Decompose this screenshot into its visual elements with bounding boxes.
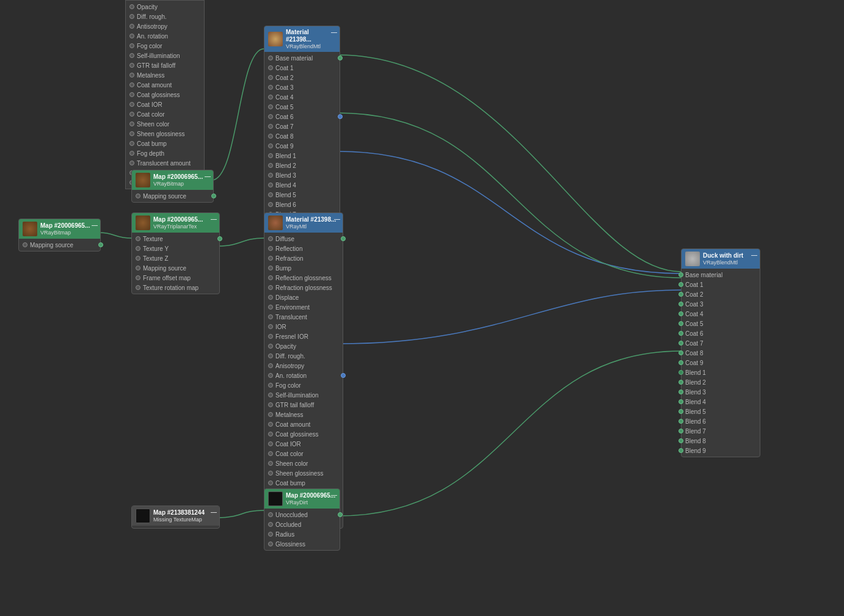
node-map-triplanar-close[interactable]: — <box>211 216 217 222</box>
node-material-blend-top-subtitle: VRayBlendMtl <box>286 43 336 49</box>
port-bump-mid-left <box>268 266 273 270</box>
row-blend3-top: Blend 3 <box>264 170 340 180</box>
port-blend5-duck-left <box>678 409 683 414</box>
port-unoccluded-left <box>268 512 273 517</box>
row-diff-rough-mid: Diff. rough. <box>264 351 343 361</box>
port-gtr-mid-left <box>268 402 273 407</box>
port-refl-gloss-mid-left <box>268 275 273 280</box>
node-map-missing-body <box>132 526 219 528</box>
port-translucent-mid-left <box>268 314 273 319</box>
port-coat-bump-mid-left <box>268 480 273 485</box>
row-refraction-mid: Refraction <box>264 253 343 263</box>
node-map-missing-thumb <box>136 509 150 523</box>
row-blend1-top: Blend 1 <box>264 151 340 161</box>
row-coat-amount-mid: Coat amount <box>264 419 343 429</box>
node-material-vray-mid: Material #21398... VRayMtl — Diffuse Ref… <box>264 212 343 529</box>
node-duck-dirt: Duck with dirt VRayBlendMtl — Base mater… <box>681 248 760 457</box>
row-metalness-mid: Metalness <box>264 410 343 419</box>
row-coat-gloss: Coat glossiness <box>126 90 204 100</box>
node-material-vray-mid-close[interactable]: — <box>334 216 340 222</box>
port-environment-mid-left <box>268 305 273 310</box>
row-coat4-duck: Coat 4 <box>682 309 760 319</box>
node-map-bitmap-top-body: Mapping source <box>132 190 213 202</box>
port-opacity <box>129 4 134 9</box>
node-map-far-left-subtitle: VRayBitmap <box>40 230 90 236</box>
port-coat4-top-left <box>268 95 273 100</box>
port-blend2-top-left <box>268 163 273 168</box>
port-blend1-duck-left <box>678 370 683 375</box>
row-fog-color-mid: Fog color <box>264 380 343 390</box>
row-fresnel-mid: Fresnel IOR <box>264 332 343 341</box>
port-blend3-top-left <box>268 173 273 178</box>
port-metalness <box>129 73 134 78</box>
row-metalness: Metalness <box>126 70 204 80</box>
port-fog-color <box>129 43 134 48</box>
row-gtr-mid: GTR tail falloff <box>264 400 343 410</box>
port-coat6-top-left <box>268 114 273 119</box>
node-map-dirt-close[interactable]: — <box>331 491 337 498</box>
node-material-vray-mid-subtitle: VRayMtl <box>286 223 336 230</box>
row-blend8-duck: Blend 8 <box>682 436 760 446</box>
node-duck-dirt-thumb <box>685 252 700 266</box>
row-radius: Radius <box>264 529 340 539</box>
port-base-material-top-left <box>268 56 273 60</box>
node-map-triplanar: Map #20006965... VRayTriplanarTex — Text… <box>131 212 220 294</box>
node-map-bitmap-top-title: Map #20006965... <box>153 173 203 181</box>
row-gtr: GTR tail falloff <box>126 60 204 70</box>
row-coat5-top: Coat 5 <box>264 102 340 112</box>
port-base-material-top-right <box>338 56 343 60</box>
port-coat9-top-left <box>268 143 273 148</box>
port-sheen-gloss-mid-left <box>268 471 273 476</box>
row-coat5-duck: Coat 5 <box>682 319 760 328</box>
node-map-bitmap-top-close[interactable]: — <box>205 173 211 179</box>
port-coat6-top-right <box>338 114 343 119</box>
row-blend4-top: Blend 4 <box>264 180 340 190</box>
node-map-missing-close[interactable]: — <box>211 509 217 515</box>
row-blend6-top: Blend 6 <box>264 200 340 209</box>
node-map-triplanar-body: Texture Texture Y Texture Z Mapping sour… <box>132 233 219 294</box>
port-coat-gloss-mid-left <box>268 432 273 437</box>
port-metalness-mid-left <box>268 412 273 417</box>
port-coat3-duck-left <box>678 302 683 306</box>
node-map-dirt-header: Map #20006965... VRayDirt — <box>264 489 340 509</box>
node-map-triplanar-header: Map #20006965... VRayTriplanarTex — <box>132 213 219 233</box>
row-coat7-duck: Coat 7 <box>682 338 760 348</box>
row-opacity-mid: Opacity <box>264 341 343 351</box>
port-an-rotation <box>129 34 134 38</box>
node-material-vray-mid-header: Material #21398... VRayMtl — <box>264 213 343 233</box>
row-coat1-top: Coat 1 <box>264 63 340 73</box>
row-sheen-color: Sheen color <box>126 119 204 129</box>
port-mapping-far-left <box>23 242 27 247</box>
port-diffuse-mid-left <box>268 236 273 241</box>
node-map-bitmap-top-subtitle: VRayBitmap <box>153 181 203 187</box>
port-diff-rough-mid-left <box>268 353 273 358</box>
port-mapping-right-1 <box>211 194 216 198</box>
port-sheen-color <box>129 121 134 126</box>
port-ior-mid-left <box>268 324 273 329</box>
node-duck-dirt-close[interactable]: — <box>751 252 757 258</box>
row-blend7-duck: Blend 7 <box>682 426 760 436</box>
row-blend4-duck: Blend 4 <box>682 397 760 407</box>
node-material-blend-top-body: Base material Coat 1 Coat 2 Coat 3 Coat … <box>264 52 340 240</box>
row-sheen-color-mid: Sheen color <box>264 458 343 468</box>
port-coat-amount-mid-left <box>268 422 273 427</box>
row-an-rotation: An. rotation <box>126 31 204 41</box>
port-coat2-duck-left <box>678 292 683 297</box>
row-texture-y: Texture Y <box>132 244 219 253</box>
node-map-far-left-close[interactable]: — <box>92 222 98 228</box>
row-unoccluded: Unoccluded <box>264 510 340 520</box>
port-blend4-top-left <box>268 183 273 187</box>
node-material-vray-mid-thumb <box>268 216 283 230</box>
row-translucent-amt: Translucent amount <box>126 158 204 168</box>
port-coat7-duck-left <box>678 341 683 346</box>
node-map-missing: Map #2138381244 Missing TextureMap — <box>131 505 220 529</box>
port-coat6-duck-left <box>678 331 683 336</box>
port-blend9-duck-left <box>678 448 683 453</box>
node-material-blend-top-close[interactable]: — <box>331 29 337 35</box>
row-anisotropy-mid: Anisotropy <box>264 361 343 371</box>
node-map-missing-header: Map #2138381244 Missing TextureMap — <box>132 506 219 526</box>
port-tex-rotation-left <box>136 285 140 290</box>
port-self-illum-mid-left <box>268 393 273 397</box>
row-blend9-duck: Blend 9 <box>682 446 760 455</box>
port-coat-ior <box>129 102 134 107</box>
